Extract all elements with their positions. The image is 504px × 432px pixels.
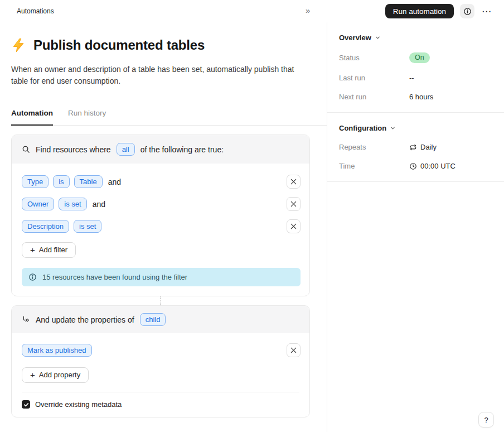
conjunction-label: and <box>108 177 121 186</box>
breadcrumb[interactable]: Automations <box>17 7 54 15</box>
override-metadata-row[interactable]: Override existing metadata <box>12 392 309 417</box>
page-title: Publish documented tables <box>33 37 205 53</box>
add-filter-button[interactable]: + Add filter <box>22 242 76 258</box>
last-run-row: Last run -- <box>339 74 493 82</box>
override-metadata-checkbox[interactable] <box>22 400 30 409</box>
update-properties-card: And update the properties of child Mark … <box>11 305 310 417</box>
status-row: Status On <box>339 52 493 63</box>
search-icon <box>22 145 30 153</box>
filter-row: Owner is set and <box>22 197 301 211</box>
next-run-label: Next run <box>339 93 409 101</box>
overview-section: Overview Status On Last run -- Next run … <box>327 22 504 113</box>
configuration-section-header[interactable]: Configuration <box>339 124 493 132</box>
tab-run-history[interactable]: Run history <box>68 109 106 125</box>
close-icon <box>290 201 297 207</box>
repeats-label: Repeats <box>339 143 409 151</box>
remove-filter-button[interactable] <box>287 175 301 189</box>
info-button[interactable] <box>460 4 474 18</box>
close-icon <box>290 223 297 229</box>
filter-field-chip[interactable]: Type <box>22 175 49 188</box>
close-icon <box>290 179 297 185</box>
info-icon <box>463 7 472 16</box>
more-menu-button[interactable]: ⋯ <box>481 6 493 17</box>
remove-filter-button[interactable] <box>287 219 301 233</box>
repeats-value: Daily <box>420 143 437 151</box>
filter-value-chip[interactable]: Table <box>74 175 103 188</box>
remove-property-button[interactable] <box>287 343 301 357</box>
filter-operator-chip[interactable]: is set <box>59 198 86 210</box>
sub-action-arrow-icon <box>22 315 30 324</box>
add-filter-label: Add filter <box>39 246 67 254</box>
time-row: Time 00:00 UTC <box>339 162 493 170</box>
card-connector-line <box>160 296 161 305</box>
repeat-icon <box>409 143 417 151</box>
filter-header-prefix: Find resources where <box>36 145 111 154</box>
top-bar: Automations » Run automation ⋯ <box>0 0 504 22</box>
clock-icon <box>409 162 417 170</box>
checkmark-icon <box>23 402 29 407</box>
next-run-row: Next run 6 hours <box>339 93 493 101</box>
time-label: Time <box>339 162 409 170</box>
remove-filter-button[interactable] <box>287 197 301 211</box>
target-scope-chip[interactable]: child <box>140 313 166 326</box>
collapse-panel-icon[interactable]: » <box>306 6 310 15</box>
status-label: Status <box>339 54 409 62</box>
overview-section-header[interactable]: Overview <box>339 33 493 42</box>
filter-card: Find resources where all of the followin… <box>11 135 310 296</box>
plus-icon: + <box>30 246 35 254</box>
details-sidebar: Overview Status On Last run -- Next run … <box>327 22 504 432</box>
filter-header-suffix: of the following are true: <box>140 145 224 154</box>
configuration-section: Configuration Repeats Daily <box>327 113 504 182</box>
match-mode-chip[interactable]: all <box>117 143 135 156</box>
property-row: Mark as published <box>22 343 301 357</box>
conjunction-label: and <box>93 200 105 209</box>
plus-icon: + <box>30 371 35 379</box>
last-run-value: -- <box>409 74 414 82</box>
time-value: 00:00 UTC <box>420 162 455 170</box>
override-metadata-label: Override existing metadata <box>35 400 122 409</box>
filter-operator-chip[interactable]: is <box>53 175 69 188</box>
filter-results-banner: 15 resources have been found using the f… <box>22 268 301 286</box>
tab-automation[interactable]: Automation <box>11 109 53 126</box>
help-button[interactable]: ? <box>478 412 494 428</box>
filter-field-chip[interactable]: Description <box>22 220 69 233</box>
filter-row: Type is Table and <box>22 175 301 189</box>
configuration-title: Configuration <box>339 124 386 132</box>
lightning-bolt-icon <box>11 37 26 53</box>
filter-field-chip[interactable]: Owner <box>22 198 54 210</box>
property-chip[interactable]: Mark as published <box>22 344 92 357</box>
add-property-label: Add property <box>39 371 80 379</box>
chevron-down-icon <box>390 125 396 131</box>
info-icon <box>28 273 37 281</box>
add-property-button[interactable]: + Add property <box>22 367 89 383</box>
update-card-header: And update the properties of child <box>12 306 309 333</box>
filter-card-header: Find resources where all of the followin… <box>12 135 309 164</box>
close-icon <box>290 347 297 353</box>
overview-title: Overview <box>339 33 371 42</box>
run-automation-button[interactable]: Run automation <box>385 4 454 18</box>
last-run-label: Last run <box>339 74 409 82</box>
automation-description: When an owner and description of a table… <box>11 64 297 87</box>
main-panel: Publish documented tables When an owner … <box>0 22 327 432</box>
status-badge: On <box>409 52 430 63</box>
update-header-prefix: And update the properties of <box>36 315 134 324</box>
next-run-value: 6 hours <box>409 93 433 101</box>
tab-bar: Automation Run history <box>11 109 327 126</box>
repeats-row: Repeats Daily <box>339 143 493 151</box>
chevron-down-icon <box>375 35 381 41</box>
filter-operator-chip[interactable]: is set <box>74 220 101 233</box>
filter-row: Description is set <box>22 219 301 233</box>
filter-results-text: 15 resources have been found using the f… <box>42 273 187 281</box>
